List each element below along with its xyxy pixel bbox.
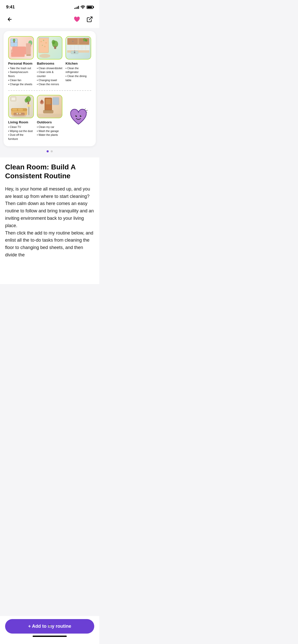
outdoors-tasks: Clean my car Wash the garage Water the p…: [37, 125, 63, 137]
svg-rect-10: [11, 53, 25, 54]
task-item: Clean my car: [37, 125, 63, 129]
svg-point-24: [52, 40, 55, 44]
pagination-dots: [0, 146, 99, 157]
svg-point-83: [76, 115, 77, 116]
bathrooms-tasks: Clean shower&toilet Clean sink & counter…: [37, 66, 63, 86]
kitchen-tasks: Clean the refrigerator Clean the dining …: [65, 66, 91, 82]
pagination-dot-2[interactable]: [51, 150, 53, 152]
heart-mascot-icon: [68, 108, 89, 128]
svg-point-64: [50, 104, 51, 105]
svg-point-21: [44, 46, 46, 47]
svg-rect-58: [19, 113, 21, 114]
svg-point-20: [42, 45, 43, 46]
bathrooms-title: Bathrooms: [37, 62, 63, 65]
category-grid-bottom: Living Room Clean TV Wiping out the dust…: [8, 95, 91, 141]
svg-line-0: [89, 17, 92, 20]
living-room-image: [8, 95, 34, 118]
svg-rect-9: [17, 50, 21, 52]
svg-point-86: [81, 117, 83, 118]
svg-rect-15: [30, 45, 31, 47]
living-room-tasks: Clean TV Wiping out the dust Dust off th…: [8, 125, 34, 141]
task-item: Water the plants: [37, 133, 63, 137]
heart-mascot-cell: [65, 95, 91, 141]
task-item: Clean the refrigerator: [65, 66, 91, 75]
main-content: Personal Room Take the trash out Sweep/v…: [0, 28, 99, 146]
battery-icon: [87, 6, 93, 9]
task-item: Clean TV: [8, 125, 34, 129]
outdoors-title: Outdoors: [37, 120, 63, 124]
task-item: Changing towel: [37, 78, 63, 82]
svg-rect-6: [11, 50, 25, 57]
article-section: Clean Room: Build A Consistent Routine H…: [0, 157, 99, 284]
share-button[interactable]: [85, 15, 94, 24]
status-time: 9:41: [6, 5, 15, 10]
task-item: Clean the mirrors: [37, 82, 63, 86]
task-item: Dust off the furniture: [8, 133, 34, 141]
pagination-dot-1[interactable]: [47, 150, 49, 152]
signal-icon: [74, 5, 79, 9]
task-item: Take the trash out: [8, 66, 34, 70]
svg-rect-35: [74, 50, 75, 52]
category-outdoors: Outdoors Clean my car Wash the garage Wa…: [37, 95, 63, 141]
category-kitchen: Kitchen Clean the refrigerator Clean the…: [65, 36, 91, 86]
wifi-icon: [80, 5, 85, 9]
article-body: Hey, is your home all messed up, and you…: [5, 185, 94, 259]
favorite-button[interactable]: [72, 15, 82, 24]
task-item: Clean the dining table: [65, 74, 91, 82]
svg-rect-12: [28, 49, 29, 51]
svg-rect-22: [38, 37, 49, 38]
status-bar: 9:41: [0, 0, 99, 13]
category-living-room: Living Room Clean TV Wiping out the dust…: [8, 95, 34, 141]
svg-point-85: [74, 117, 76, 118]
svg-point-84: [80, 115, 81, 116]
svg-point-37: [85, 39, 88, 42]
svg-marker-13: [27, 47, 29, 49]
back-button[interactable]: [5, 15, 14, 24]
svg-point-18: [43, 40, 44, 41]
svg-rect-8: [12, 50, 16, 52]
category-bathrooms: Bathrooms Clean shower&toilet Clean sink…: [37, 36, 63, 86]
svg-rect-63: [46, 99, 51, 104]
nav-bar: [0, 13, 99, 28]
bathrooms-image: [37, 36, 63, 60]
svg-point-61: [27, 105, 31, 107]
personal-room-tasks: Take the trash out Sweep/vacuum floors C…: [8, 66, 34, 86]
personal-room-title: Personal Room: [8, 62, 34, 65]
task-item: Wiping out the dust: [8, 129, 34, 133]
svg-rect-51: [28, 101, 29, 105]
svg-rect-7: [11, 50, 25, 53]
svg-point-30: [72, 41, 73, 42]
task-item: Clean sink & counter: [37, 70, 63, 78]
status-icons: [74, 5, 93, 9]
svg-point-59: [12, 114, 26, 118]
svg-point-26: [39, 54, 50, 58]
svg-rect-65: [43, 110, 53, 113]
svg-point-14: [28, 40, 32, 45]
nav-right-actions: [72, 15, 94, 24]
svg-point-50: [25, 98, 28, 103]
svg-point-17: [40, 41, 42, 42]
kitchen-image: [65, 36, 91, 60]
task-item: Clean shower&toilet: [37, 66, 63, 70]
svg-point-82: [80, 115, 81, 117]
svg-point-57: [17, 113, 18, 114]
categories-card: Personal Room Take the trash out Sweep/v…: [4, 31, 96, 146]
living-room-title: Living Room: [8, 120, 34, 124]
svg-rect-54: [12, 109, 17, 111]
svg-rect-55: [18, 109, 23, 111]
article-title: Clean Room: Build A Consistent Routine: [5, 163, 94, 180]
svg-rect-5: [13, 41, 15, 43]
section-divider: [8, 90, 91, 91]
kitchen-title: Kitchen: [65, 62, 91, 65]
svg-rect-77: [37, 114, 62, 118]
category-personal-room: Personal Room Take the trash out Sweep/v…: [8, 36, 34, 86]
task-item: Wash the garage: [37, 129, 63, 133]
svg-rect-48: [12, 98, 15, 100]
svg-rect-25: [54, 46, 56, 49]
task-item: Clean fan: [8, 78, 34, 82]
svg-point-19: [45, 42, 47, 44]
category-grid-top: Personal Room Take the trash out Sweep/v…: [8, 36, 91, 86]
svg-point-81: [75, 115, 77, 117]
svg-rect-11: [26, 51, 31, 56]
task-item: Change the sheets: [8, 82, 34, 86]
